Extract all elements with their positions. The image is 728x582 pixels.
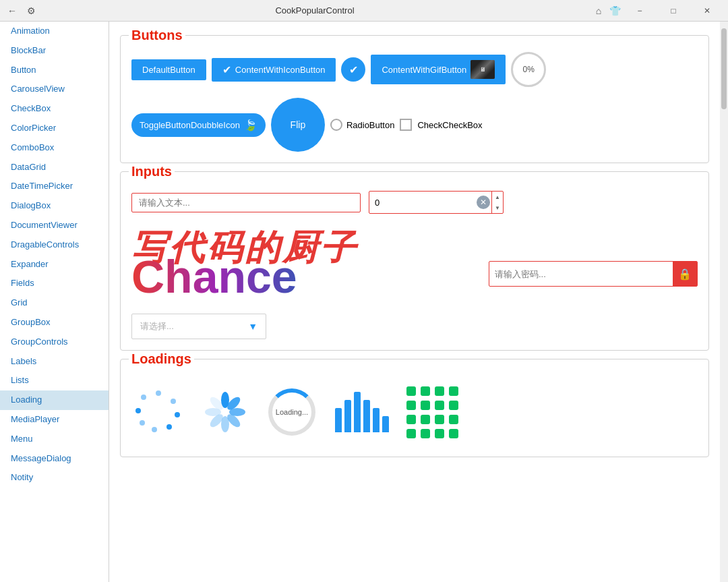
bar-4 (363, 400, 370, 432)
home-icon[interactable]: ⌂ (592, 4, 605, 18)
number-clear-button[interactable]: ✕ (477, 196, 490, 209)
scrollbar-track[interactable] (720, 22, 728, 582)
toggle-button[interactable]: ToggleButtonDoubbleIcon 🍃 (131, 113, 266, 137)
select-placeholder: 请选择... (140, 320, 248, 332)
buttons-row-2: ToggleButtonDoubbleIcon 🍃 Flip RadioButt… (131, 98, 698, 152)
bar-2 (344, 400, 351, 432)
password-row: Chance 🔒 (131, 245, 698, 303)
wc-dot-3 (435, 386, 444, 396)
content-with-gif-button[interactable]: ContentWithGifButton 🖥 (371, 55, 506, 84)
title-bar-right: ⌂ 👕 − □ ✕ (592, 0, 723, 22)
sidebar-item-documentviewer[interactable]: DocumentViewer (0, 216, 109, 235)
main-layout: Animation BlockBar Button CarouselView C… (0, 22, 728, 582)
title-bar-left: ← ⚙ (5, 4, 38, 18)
text-input[interactable] (131, 193, 361, 212)
sidebar-item-menu[interactable]: Menu (0, 430, 109, 449)
loadings-row: Loading... (131, 378, 698, 446)
sidebar-item-checkbox[interactable]: CheckBox (0, 99, 109, 119)
number-input-wrapper: 0 ✕ ▲ ▼ (369, 191, 504, 214)
wc-dot-10 (421, 415, 430, 424)
wc-dot-8 (449, 401, 458, 410)
select-dropdown[interactable]: 请选择... ▼ (131, 314, 266, 339)
minimize-button[interactable]: − (624, 0, 655, 22)
wc-dot-6 (421, 401, 430, 410)
default-button[interactable]: DefaultButton (131, 59, 206, 80)
bar-5 (373, 408, 380, 432)
sidebar-item-dialogbox[interactable]: DialogBox (0, 196, 109, 216)
wc-dot-16 (449, 429, 458, 438)
inputs-section: Inputs 0 ✕ ▲ ▼ 写代码的厨子 Chance (120, 171, 709, 351)
scrollbar-thumb[interactable] (721, 28, 727, 109)
back-button[interactable]: ← (5, 4, 19, 18)
maximize-button[interactable]: □ (658, 0, 689, 22)
flower-spinner-container (202, 388, 249, 436)
check-checkbox[interactable] (400, 119, 412, 131)
loadings-section: Loadings (120, 359, 709, 457)
shirt-icon[interactable]: 👕 (608, 4, 621, 18)
content-area: Buttons DefaultButton ✔ ContentWithIconB… (109, 22, 720, 582)
radio-label: RadioButton (346, 120, 395, 130)
sidebar-item-animation[interactable]: Animation (0, 22, 109, 41)
sidebar-item-colorpicker[interactable]: ColorPicker (0, 119, 109, 138)
check-icon: ✔ (349, 63, 358, 76)
sidebar-item-mediaplayer[interactable]: MediaPlayer (0, 410, 109, 430)
sidebar-item-dragablecontrols[interactable]: DragableControls (0, 235, 109, 255)
sidebar-item-blockbar[interactable]: BlockBar (0, 41, 109, 61)
sidebar-item-loading[interactable]: Loading (0, 390, 109, 410)
wc-dot-14 (421, 429, 430, 438)
sidebar-item-groupbox[interactable]: GroupBox (0, 313, 109, 332)
settings-icon[interactable]: ⚙ (24, 4, 38, 18)
wc-dot-13 (406, 429, 416, 438)
gif-thumbnail: 🖥 (471, 60, 495, 79)
check-circle-button[interactable]: ✔ (341, 57, 365, 82)
bar-1 (335, 408, 342, 432)
app-title: CookPopularControl (38, 5, 592, 16)
sidebar-item-datagrid[interactable]: DataGrid (0, 158, 109, 177)
sidebar-item-grid[interactable]: Grid (0, 293, 109, 313)
sidebar-item-datetimepicker[interactable]: DateTimePicker (0, 177, 109, 196)
number-up-button[interactable]: ▲ (492, 192, 503, 202)
dot-1 (156, 390, 161, 396)
leaf-icon: 🍃 (244, 119, 257, 132)
sidebar-item-lists[interactable]: Lists (0, 371, 109, 390)
number-arrows: ▲ ▼ (491, 192, 503, 213)
radio-button[interactable] (330, 119, 342, 131)
lock-icon: 🔒 (673, 261, 697, 287)
buttons-row-1: DefaultButton ✔ ContentWithIconButton ✔ … (131, 52, 698, 87)
sidebar-item-expander[interactable]: Expander (0, 255, 109, 274)
inputs-row-1: 0 ✕ ▲ ▼ (131, 191, 698, 214)
sidebar-item-button[interactable]: Button (0, 61, 109, 80)
loading-label: Loading... (276, 408, 308, 416)
checkbox-label: CheckCheckBox (417, 120, 482, 130)
bar-3 (354, 392, 361, 432)
content-with-icon-button[interactable]: ✔ ContentWithIconButton (212, 58, 336, 82)
wc-dot-1 (406, 386, 416, 396)
dot-4 (166, 424, 172, 430)
progress-button[interactable]: 0% (511, 52, 546, 87)
sidebar-item-groupcontrols[interactable]: GroupControls (0, 332, 109, 352)
bar-loader (335, 392, 389, 432)
sidebar-item-fields[interactable]: Fields (0, 274, 109, 293)
sidebar-item-notity[interactable]: Notity (0, 468, 109, 488)
flip-button[interactable]: Flip (271, 98, 325, 152)
sidebar-item-combobox[interactable]: ComboBox (0, 138, 109, 158)
dropdown-arrow-icon: ▼ (248, 321, 257, 332)
checkbox-container: CheckCheckBox (400, 119, 482, 131)
sidebar-item-labels[interactable]: Labels (0, 352, 109, 372)
dot-3 (175, 412, 180, 417)
wc-dot-7 (435, 401, 444, 410)
sidebar-item-carouselview[interactable]: CarouselView (0, 80, 109, 99)
dot-7 (135, 408, 141, 413)
dot-6 (140, 420, 145, 426)
dot-8 (141, 395, 146, 400)
number-value: 0 (369, 198, 477, 208)
ring-spinner-container: Loading... (265, 385, 319, 439)
sidebar-item-messagedialog[interactable]: MessageDialog (0, 449, 109, 469)
wc-dot-11 (435, 415, 444, 424)
number-down-button[interactable]: ▼ (492, 202, 503, 213)
password-input[interactable] (489, 269, 673, 279)
radio-button-container: RadioButton (330, 119, 395, 131)
close-button[interactable]: ✕ (692, 0, 723, 22)
wechat-loader (405, 385, 459, 439)
inputs-section-title: Inputs (129, 164, 175, 179)
